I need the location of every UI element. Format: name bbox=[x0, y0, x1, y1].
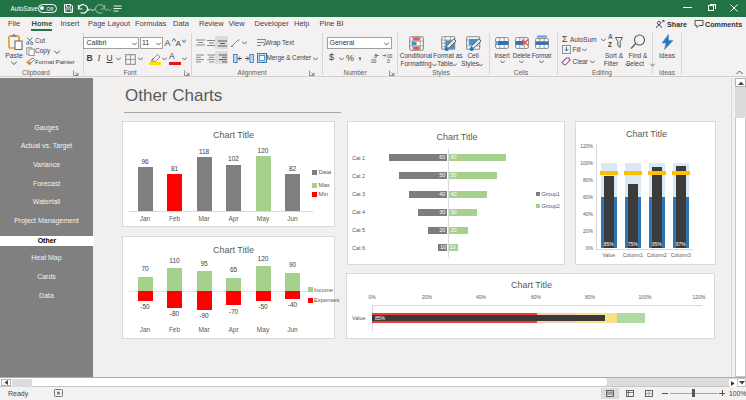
svg-text:.00: .00 bbox=[370, 58, 377, 63]
